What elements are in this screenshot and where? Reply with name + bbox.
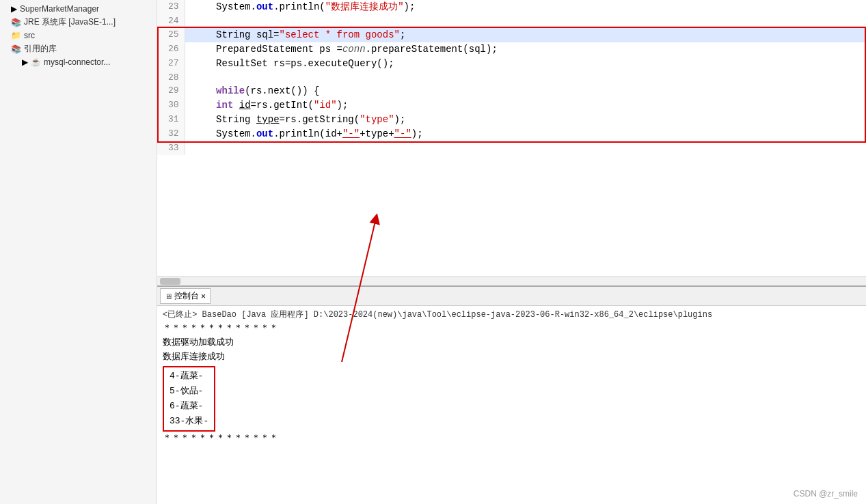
console-line1: 数据驱动加载成功 bbox=[163, 336, 861, 350]
code-row: 28 bbox=[157, 71, 866, 85]
result-item-1: 4-蔬菜- bbox=[170, 369, 208, 384]
console-line2: 数据库连接成功 bbox=[163, 350, 861, 365]
code-wrapper: 23 System.out.println("数据库连接成功");2425 St… bbox=[157, 0, 866, 155]
scrollbar-thumb bbox=[160, 278, 180, 285]
line-number: 32 bbox=[157, 127, 185, 141]
sidebar: ▶ SuperMarketManager 📚 JRE 系统库 [JavaSE-1… bbox=[0, 0, 157, 504]
code-row: 32 System.out.println(id+"-"+type+"-"); bbox=[157, 127, 866, 141]
folder-icon: 📁 bbox=[11, 31, 21, 40]
code-row: 23 System.out.println("数据库连接成功"); bbox=[157, 0, 866, 14]
console-tab[interactable]: 🖥 控制台 × bbox=[160, 288, 211, 304]
console-stars-bottom: ＊＊＊＊＊＊＊＊＊＊＊＊＊ bbox=[163, 432, 861, 446]
console-panel: 🖥 控制台 × <已终止> BaseDao [Java 应用程序] D:\202… bbox=[157, 285, 866, 504]
code-line[interactable]: String sql="select * from goods"; bbox=[185, 28, 866, 42]
sidebar-item-label: JRE 系统库 [JavaSE-1...] bbox=[24, 16, 116, 28]
sidebar-item-supermarket[interactable]: ▶ SuperMarketManager bbox=[0, 3, 157, 15]
result-item-2: 5-饮品- bbox=[170, 384, 208, 399]
jre-icon: 📚 bbox=[11, 18, 21, 27]
console-icon: 🖥 bbox=[165, 292, 172, 300]
code-line[interactable]: int id=rs.getInt("id"); bbox=[185, 98, 866, 113]
code-row: 27 ResultSet rs=ps.executeQuery(); bbox=[157, 57, 866, 71]
code-row: 29 while(rs.next()) { bbox=[157, 84, 866, 98]
code-line[interactable]: String type=rs.getString("type"); bbox=[185, 113, 866, 127]
sidebar-item-label: 引用的库 bbox=[24, 43, 57, 55]
sidebar-item-label: SuperMarketManager bbox=[20, 4, 99, 14]
code-line[interactable]: PreparedStatement ps =conn.prepareStatem… bbox=[185, 42, 866, 57]
jar-icon: ☕ bbox=[31, 57, 41, 67]
code-row: 31 String type=rs.getString("type"); bbox=[157, 113, 866, 127]
code-line[interactable]: while(rs.next()) { bbox=[185, 84, 866, 98]
line-number: 24 bbox=[157, 14, 185, 28]
console-tab-bar: 🖥 控制台 × bbox=[157, 287, 866, 306]
line-number: 26 bbox=[157, 42, 185, 57]
console-path: <已终止> BaseDao [Java 应用程序] D:\2023-2024(n… bbox=[163, 309, 861, 322]
horizontal-scrollbar[interactable] bbox=[157, 276, 866, 285]
line-number: 27 bbox=[157, 57, 185, 71]
mysql-icon: ▶ bbox=[22, 57, 28, 67]
console-tab-label: 控制台 bbox=[174, 290, 199, 302]
line-number: 28 bbox=[157, 71, 185, 85]
console-tab-close[interactable]: × bbox=[201, 292, 206, 301]
csdn-watermark: CSDN @zr_smile bbox=[794, 489, 858, 499]
sidebar-item-libs[interactable]: 📚 引用的库 bbox=[0, 42, 157, 56]
sidebar-item-label: src bbox=[24, 31, 35, 40]
line-number: 31 bbox=[157, 113, 185, 127]
console-stars-top: ＊＊＊＊＊＊＊＊＊＊＊＊＊ bbox=[163, 322, 861, 336]
line-number: 23 bbox=[157, 0, 185, 14]
code-line[interactable] bbox=[185, 71, 866, 85]
console-result-box: 4-蔬菜- 5-饮品- 6-蔬菜- 33-水果- bbox=[163, 366, 215, 432]
result-item-4: 33-水果- bbox=[170, 414, 208, 429]
code-line[interactable]: System.out.println("数据库连接成功"); bbox=[185, 0, 866, 14]
code-line[interactable] bbox=[185, 141, 866, 155]
line-number: 25 bbox=[157, 28, 185, 42]
sidebar-item-jre[interactable]: 📚 JRE 系统库 [JavaSE-1...] bbox=[0, 15, 157, 29]
result-item-3: 6-蔬菜- bbox=[170, 399, 208, 414]
console-content: <已终止> BaseDao [Java 应用程序] D:\2023-2024(n… bbox=[157, 306, 866, 504]
code-row: 33 bbox=[157, 141, 866, 155]
code-row: 30 int id=rs.getInt("id"); bbox=[157, 98, 866, 113]
code-line[interactable]: ResultSet rs=ps.executeQuery(); bbox=[185, 57, 866, 71]
line-number: 30 bbox=[157, 98, 185, 113]
code-line[interactable]: System.out.println(id+"-"+type+"-"); bbox=[185, 127, 866, 141]
code-row: 26 PreparedStatement ps =conn.prepareSta… bbox=[157, 42, 866, 57]
code-table: 23 System.out.println("数据库连接成功");2425 St… bbox=[157, 0, 866, 155]
sidebar-item-src[interactable]: 📁 src bbox=[0, 29, 157, 42]
project-icon: ▶ bbox=[11, 4, 17, 14]
sidebar-item-mysql[interactable]: ▶ ☕ mysql-connector... bbox=[0, 56, 157, 68]
lib-icon: 📚 bbox=[11, 44, 21, 54]
code-row: 24 bbox=[157, 14, 866, 28]
main-panel: 23 System.out.println("数据库连接成功");2425 St… bbox=[157, 0, 866, 504]
code-editor[interactable]: 23 System.out.println("数据库连接成功");2425 St… bbox=[157, 0, 866, 276]
line-number: 33 bbox=[157, 141, 185, 155]
code-line[interactable] bbox=[185, 14, 866, 28]
code-row: 25 String sql="select * from goods"; bbox=[157, 28, 866, 42]
line-number: 29 bbox=[157, 84, 185, 98]
sidebar-item-label: mysql-connector... bbox=[44, 57, 110, 67]
